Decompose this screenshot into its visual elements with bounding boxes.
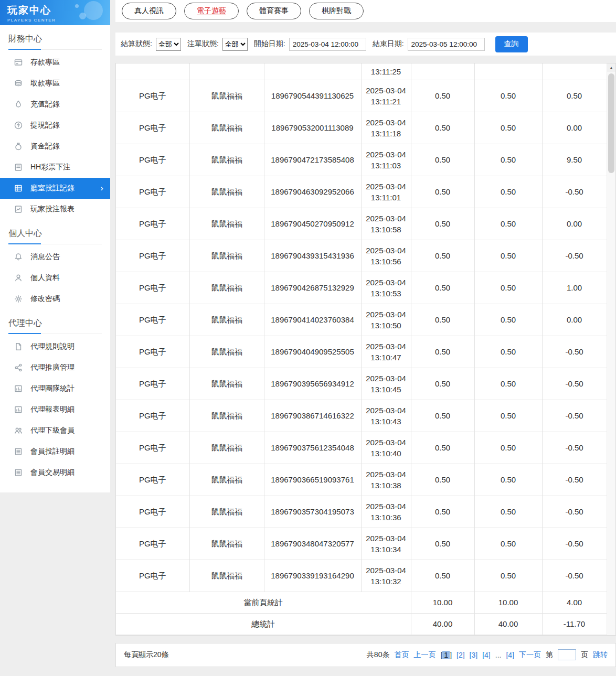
betting-icon (14, 184, 23, 192)
sidebar-item[interactable]: 取款專區 (0, 73, 110, 94)
total-value: -11.70 (542, 613, 607, 635)
sidebar-item[interactable]: 存款專區 (0, 52, 110, 73)
jump-button[interactable]: 跳转 (593, 650, 608, 660)
cell-payout: 9.50 (542, 144, 607, 176)
end-date-input[interactable] (408, 38, 485, 51)
order-status-select[interactable]: 全部 (222, 38, 248, 51)
scroll-up-button[interactable]: ▲ (607, 63, 615, 72)
per-page-label: 每頁顯示20條 (124, 650, 169, 660)
sidebar: 玩家中心 PLAYERS CENTER 財務中心存款專區取款專區充值記錄提現記錄… (0, 0, 110, 492)
cell-order-no: 1896790386714616322 (264, 400, 361, 432)
sidebar-item[interactable]: 消息公告 (0, 246, 110, 267)
sidebar-item-label: 存款專區 (30, 58, 60, 67)
sidebar-item[interactable]: 代理報表明細 (0, 399, 110, 420)
total-value: 10.00 (411, 592, 474, 613)
cell-provider: PG电子 (116, 528, 189, 560)
jump-page-input[interactable] (558, 649, 576, 660)
sidebar-item[interactable]: 充值記錄 (0, 94, 110, 115)
total-value: 40.00 (474, 613, 542, 635)
order-status-label: 注單狀態: (187, 39, 219, 49)
cell-game: 鼠鼠福福 (189, 112, 264, 144)
cell-payout: -0.50 (542, 560, 607, 592)
cell-payout: 0.00 (542, 304, 607, 336)
cell-provider: PG电子 (116, 496, 189, 528)
sidebar-item[interactable]: 提現記錄 (0, 115, 110, 136)
sidebar-item[interactable]: 代理推廣管理 (0, 357, 110, 378)
category-tab[interactable]: 棋牌對戰 (309, 3, 364, 19)
cell-time: 2025-03-04 13:11:18 (361, 112, 411, 144)
cell-payout: -0.50 (542, 240, 607, 272)
sidebar-item[interactable]: 代理下級會員 (0, 420, 110, 441)
cell-order-no: 1896790357304195073 (264, 496, 361, 528)
sidebar-item[interactable]: 會員投註明細 (0, 441, 110, 462)
cell-empty (189, 63, 264, 80)
cell-order-no: 1896790395656934912 (264, 368, 361, 400)
withdraw-icon (14, 79, 23, 88)
sidebar-item[interactable]: 代理規則說明 (0, 336, 110, 357)
cell-payout: -0.50 (542, 368, 607, 400)
sidebar-item[interactable]: 玩家投注報表 (0, 199, 110, 220)
cell-payout: 0.50 (542, 80, 607, 112)
cell-time: 2025-03-04 13:10:53 (361, 272, 411, 304)
chart-icon (14, 384, 23, 393)
cell-order-no: 1896790463092952066 (264, 176, 361, 208)
cell-valid-bet: 0.50 (474, 144, 542, 176)
prev-page-link[interactable]: 上一页 (413, 650, 436, 660)
search-button[interactable]: 查詢 (495, 36, 528, 52)
cell-valid-bet: 0.50 (474, 368, 542, 400)
sidebar-item-label: 玩家投注報表 (30, 205, 75, 214)
total-value: 40.00 (411, 613, 474, 635)
table-row: PG电子鼠鼠福福18967903480473205772025-03-04 13… (116, 528, 607, 560)
table-scrollbar[interactable]: ▲ (607, 63, 615, 635)
sidebar-item[interactable]: 修改密碼 (0, 288, 110, 309)
report-icon (14, 205, 23, 213)
cell-time: 2025-03-04 13:11:01 (361, 176, 411, 208)
cell-provider: PG电子 (116, 304, 189, 336)
sidebar-section-title: 個人中心 (8, 228, 102, 244)
page-link[interactable]: [4] (482, 651, 491, 659)
cell-provider: PG电子 (116, 432, 189, 464)
cell-game: 鼠鼠福福 (189, 496, 264, 528)
page-total-row: 當前頁統計10.0010.004.00 (116, 592, 607, 613)
sidebar-item[interactable]: 個人資料 (0, 267, 110, 288)
list-icon (14, 447, 23, 456)
sidebar-item-label: 提現記錄 (30, 121, 60, 130)
cell-bet: 0.50 (411, 240, 474, 272)
cell-time: 2025-03-04 13:10:50 (361, 304, 411, 336)
cell-valid-bet: 0.50 (474, 272, 542, 304)
sidebar-item[interactable]: 代理團隊統計 (0, 378, 110, 399)
bell-icon (14, 253, 23, 261)
sidebar-item-label: 消息公告 (30, 252, 60, 262)
start-date-input[interactable] (289, 38, 366, 51)
cell-time: 2025-03-04 13:10:32 (361, 560, 411, 592)
category-tab[interactable]: 體育賽事 (247, 3, 301, 19)
sidebar-item-label: 資金記錄 (30, 142, 60, 151)
sidebar-item-label: HH彩票下注 (30, 163, 70, 172)
settle-status-select[interactable]: 全部 (156, 38, 181, 51)
current-page[interactable]: [1] (440, 651, 452, 659)
page-total-row-label: 當前頁統計 (116, 592, 411, 613)
sidebar-item[interactable]: 會員交易明細 (0, 462, 110, 483)
cell-game: 鼠鼠福福 (189, 304, 264, 336)
first-page-link[interactable]: 首页 (394, 650, 409, 660)
category-tabs: 真人視訊電子遊藝體育賽事棋牌對戰 (115, 0, 616, 22)
jump-suffix: 页 (581, 650, 588, 660)
category-tab[interactable]: 電子遊藝 (184, 3, 239, 19)
chart-icon (14, 405, 23, 414)
cashout-icon (14, 121, 23, 130)
sidebar-item[interactable]: 資金記錄 (0, 136, 110, 157)
page-link[interactable]: [2] (456, 651, 465, 659)
last-page-link[interactable]: [4] (506, 651, 514, 659)
category-tab[interactable]: 真人視訊 (122, 3, 176, 19)
cell-bet: 0.50 (411, 560, 474, 592)
sidebar-section-title: 財務中心 (8, 34, 102, 50)
page-link[interactable]: [3] (470, 651, 478, 659)
sidebar-item-label: 取款專區 (30, 79, 60, 88)
next-page-link[interactable]: 下一页 (519, 650, 541, 660)
table-row: PG电子鼠鼠福福18967903665190937612025-03-04 13… (116, 464, 607, 496)
sidebar-item[interactable]: HH彩票下注 (0, 157, 110, 178)
scrollbar-thumb[interactable] (608, 73, 614, 173)
cell-time: 13:11:25 (361, 63, 411, 80)
cell-payout: 0.00 (542, 208, 607, 240)
sidebar-item[interactable]: 廳室投註記錄› (0, 178, 110, 199)
